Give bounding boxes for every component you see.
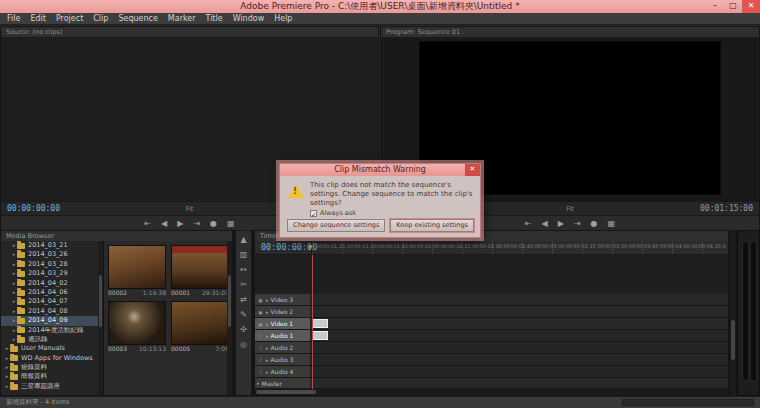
- step-back-icon[interactable]: ◀: [161, 219, 167, 228]
- chevron-right-icon[interactable]: ▸: [266, 333, 269, 339]
- track-header[interactable]: ◉▸Video 1: [255, 318, 311, 329]
- track-header[interactable]: ♪▸Audio 2: [255, 342, 311, 353]
- tree-item[interactable]: ▸三星專題講座: [1, 382, 103, 391]
- menu-clip[interactable]: Clip: [88, 13, 113, 24]
- tree-item[interactable]: ▸簡報資料: [1, 372, 103, 381]
- tree-item[interactable]: ▸通訊錄: [1, 335, 103, 344]
- step-back-icon[interactable]: ◀: [542, 219, 548, 228]
- close-button[interactable]: ✕: [742, 0, 760, 13]
- step-forward-icon[interactable]: ⇥: [574, 219, 581, 228]
- tree-item[interactable]: ▸User Manuals: [1, 344, 103, 353]
- menu-project[interactable]: Project: [51, 13, 88, 24]
- tree-item-selected[interactable]: ▸2014_04_09: [1, 316, 103, 325]
- chevron-right-icon[interactable]: ▸: [266, 345, 269, 351]
- tree-item[interactable]: ▸2014_04_02: [1, 279, 103, 288]
- clip-thumbnail-image[interactable]: [171, 245, 229, 289]
- track-header[interactable]: ♪▸Audio 1: [255, 330, 311, 341]
- track-lane[interactable]: [311, 306, 728, 317]
- chevron-right-icon[interactable]: ▸: [266, 357, 269, 363]
- menu-window[interactable]: Window: [228, 13, 270, 24]
- pen-tool-icon[interactable]: ✎: [237, 309, 250, 320]
- source-monitor-tab[interactable]: Source: (no clips): [1, 27, 378, 38]
- minimize-button[interactable]: –: [706, 0, 724, 13]
- track-name[interactable]: Video 2: [271, 308, 294, 315]
- track-header[interactable]: ◉▸Video 2: [255, 306, 311, 317]
- track-output-toggle-icon[interactable]: ◉: [257, 297, 264, 303]
- track-header[interactable]: ♪▸Audio 4: [255, 366, 311, 377]
- track-name[interactable]: Video 1: [271, 320, 294, 327]
- clip-thumbnail[interactable]: 0000310:13:13: [108, 301, 166, 353]
- track-name[interactable]: Audio 1: [271, 332, 294, 339]
- track-lane[interactable]: [311, 342, 728, 353]
- menu-sequence[interactable]: Sequence: [113, 13, 162, 24]
- razor-tool-icon[interactable]: ✂: [237, 279, 250, 290]
- track-lane[interactable]: [311, 366, 728, 377]
- zoom-tool-icon[interactable]: ◎: [237, 339, 250, 350]
- menu-help[interactable]: Help: [269, 13, 297, 24]
- track-output-toggle-icon[interactable]: ◉: [257, 321, 264, 327]
- tree-item[interactable]: ▸2014_03_21: [1, 241, 103, 250]
- video-clip[interactable]: [312, 319, 328, 328]
- timeline-timecode[interactable]: 00:00:00:00: [255, 241, 311, 254]
- tree-item[interactable]: ▸2014_04_07: [1, 297, 103, 306]
- always-ask-checkbox[interactable]: ✓: [310, 210, 317, 217]
- track-name[interactable]: Audio 4: [271, 368, 294, 375]
- clip-list-scrollbar[interactable]: [227, 241, 232, 395]
- maximize-button[interactable]: □: [724, 0, 742, 13]
- slip-tool-icon[interactable]: ⇄: [237, 294, 250, 305]
- go-to-out-icon[interactable]: ●: [591, 219, 598, 228]
- menu-edit[interactable]: Edit: [25, 13, 51, 24]
- ripple-edit-tool-icon[interactable]: ↔: [237, 264, 250, 275]
- playhead-marker-icon[interactable]: ▼: [308, 243, 313, 250]
- track-lane[interactable]: [311, 294, 728, 305]
- tree-item[interactable]: ▸WD Apps for Windows: [1, 354, 103, 363]
- track-name[interactable]: Audio 3: [271, 356, 294, 363]
- track-name[interactable]: Video 3: [271, 296, 294, 303]
- chevron-right-icon[interactable]: ▸: [266, 321, 269, 327]
- clip-thumbnail[interactable]: 000057:00: [171, 301, 229, 353]
- go-to-in-icon[interactable]: ⇤: [525, 219, 532, 228]
- chevron-right-icon[interactable]: ▸: [266, 297, 269, 303]
- track-mute-toggle-icon[interactable]: ♪: [257, 345, 264, 351]
- step-forward-icon[interactable]: ⇥: [193, 219, 200, 228]
- track-header[interactable]: ▸Master: [255, 378, 311, 388]
- track-mute-toggle-icon[interactable]: ♪: [257, 357, 264, 363]
- timeline-horizontal-scrollbar[interactable]: [255, 389, 728, 395]
- track-output-toggle-icon[interactable]: ◉: [257, 309, 264, 315]
- tree-item[interactable]: ▸燒錄資料: [1, 363, 103, 372]
- clip-thumbnail-image[interactable]: [171, 301, 229, 345]
- play-icon[interactable]: ▶: [177, 219, 183, 228]
- change-sequence-settings-button[interactable]: Change sequence settings: [287, 219, 385, 232]
- source-timecode[interactable]: 00:00:00:00: [1, 204, 60, 213]
- clip-thumbnail-image[interactable]: [108, 245, 166, 289]
- clip-thumbnail[interactable]: 000021:19:38: [108, 245, 166, 297]
- play-icon[interactable]: ▶: [558, 219, 564, 228]
- tree-item[interactable]: ▸2014_04_08: [1, 307, 103, 316]
- audio-clip[interactable]: [312, 331, 328, 340]
- tree-scrollbar[interactable]: [98, 241, 103, 395]
- go-to-out-icon[interactable]: ●: [210, 219, 217, 228]
- track-lane[interactable]: [311, 378, 728, 388]
- track-lane[interactable]: [311, 330, 728, 341]
- program-monitor-tab[interactable]: Program: Sequence 01: [381, 27, 759, 38]
- tree-item[interactable]: ▸2014_04_06: [1, 288, 103, 297]
- keep-existing-settings-button[interactable]: Keep existing settings: [390, 219, 474, 232]
- tree-item[interactable]: ▸2014_03_28: [1, 260, 103, 269]
- tree-item[interactable]: ▸2014年度活動紀錄: [1, 326, 103, 335]
- chevron-right-icon[interactable]: ▸: [257, 380, 260, 386]
- menu-title[interactable]: Title: [201, 13, 228, 24]
- track-mute-toggle-icon[interactable]: ♪: [257, 333, 264, 339]
- chevron-right-icon[interactable]: ▸: [266, 309, 269, 315]
- track-select-tool-icon[interactable]: ▥: [237, 249, 250, 260]
- go-to-in-icon[interactable]: ⇤: [144, 219, 151, 228]
- timeline-vertical-scrollbar[interactable]: [730, 230, 736, 396]
- menu-marker[interactable]: Marker: [163, 13, 201, 24]
- export-frame-icon[interactable]: ▦: [227, 219, 235, 228]
- selection-tool-icon[interactable]: ▲: [237, 234, 250, 245]
- track-lane[interactable]: [311, 354, 728, 365]
- tree-item[interactable]: ▸2014_03_26: [1, 250, 103, 259]
- track-name[interactable]: Audio 2: [271, 344, 294, 351]
- export-frame-icon[interactable]: ▦: [608, 219, 616, 228]
- track-mute-toggle-icon[interactable]: ♪: [257, 369, 264, 375]
- clip-thumbnail-image[interactable]: [108, 301, 166, 345]
